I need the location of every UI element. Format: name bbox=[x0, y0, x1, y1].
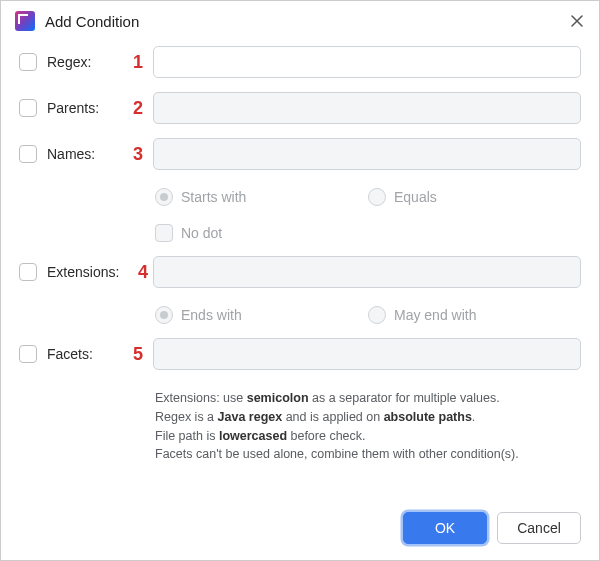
dialog-title: Add Condition bbox=[45, 13, 569, 30]
step-4: 4 bbox=[137, 262, 149, 283]
regex-label: Regex: bbox=[47, 54, 127, 70]
facets-checkbox[interactable] bbox=[19, 345, 37, 363]
starts-with-radio[interactable] bbox=[155, 188, 173, 206]
ends-with-label: Ends with bbox=[181, 307, 242, 323]
extensions-label: Extensions: bbox=[47, 264, 137, 280]
step-5: 5 bbox=[127, 344, 149, 365]
may-end-with-label: May end with bbox=[394, 307, 476, 323]
regex-input[interactable] bbox=[153, 46, 581, 78]
names-checkbox[interactable] bbox=[19, 145, 37, 163]
equals-label: Equals bbox=[394, 189, 437, 205]
ends-with-radio[interactable] bbox=[155, 306, 173, 324]
extensions-input[interactable] bbox=[153, 256, 581, 288]
names-input[interactable] bbox=[153, 138, 581, 170]
cancel-button[interactable]: Cancel bbox=[497, 512, 581, 544]
facets-label: Facets: bbox=[47, 346, 127, 362]
equals-radio[interactable] bbox=[368, 188, 386, 206]
names-label: Names: bbox=[47, 146, 127, 162]
no-dot-label: No dot bbox=[181, 225, 222, 241]
app-icon bbox=[15, 11, 35, 31]
regex-checkbox[interactable] bbox=[19, 53, 37, 71]
help-text: Extensions: use semicolon as a separator… bbox=[19, 389, 581, 464]
parents-input[interactable] bbox=[153, 92, 581, 124]
parents-checkbox[interactable] bbox=[19, 99, 37, 117]
no-dot-checkbox[interactable] bbox=[155, 224, 173, 242]
close-icon[interactable] bbox=[569, 13, 585, 29]
step-2: 2 bbox=[127, 98, 149, 119]
step-3: 3 bbox=[127, 144, 149, 165]
step-1: 1 bbox=[127, 52, 149, 73]
ok-button[interactable]: OK bbox=[403, 512, 487, 544]
may-end-with-radio[interactable] bbox=[368, 306, 386, 324]
facets-input[interactable] bbox=[153, 338, 581, 370]
starts-with-label: Starts with bbox=[181, 189, 246, 205]
parents-label: Parents: bbox=[47, 100, 127, 116]
extensions-checkbox[interactable] bbox=[19, 263, 37, 281]
